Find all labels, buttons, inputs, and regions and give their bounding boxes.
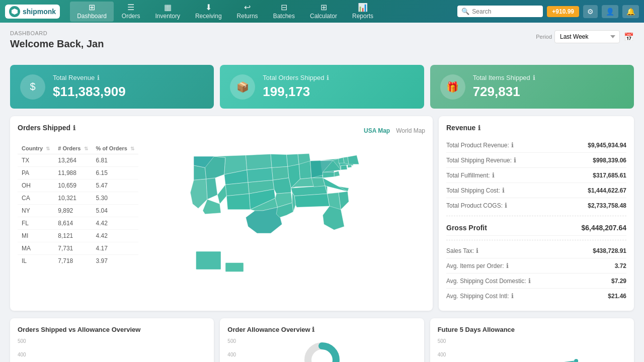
bottom-revenue-row: Avg. Shipping Cost Intl: ℹ $21.46 [446,289,626,303]
svg-marker-16 [246,207,282,233]
stat-cards: $ Total Revenue ℹ $11,383,909 📦 Total Or… [10,65,634,109]
cell-country: FL [18,217,54,230]
table-row: IL 7,718 3.97 [18,255,138,267]
cell-orders: 11,988 [54,167,92,179]
period-select[interactable]: Last Week Last Month Last 30 Days [554,30,620,43]
user-button[interactable]: 👤 [602,5,618,18]
cell-orders: 7,718 [54,255,92,267]
nav-inventory[interactable]: ▦ Inventory [148,2,187,22]
cell-orders: 13,264 [54,154,92,167]
y-label-400-1: 400 [18,352,26,357]
cell-orders: 9,892 [54,205,92,217]
usa-map-toggle[interactable]: USA Map [364,127,390,134]
y-label-500-3: 500 [438,338,446,344]
rev-row-info-icon[interactable]: ℹ [514,156,516,164]
orders-info-icon[interactable]: ℹ [327,74,329,81]
bottom-rev-value: $438,728.91 [593,247,626,254]
orders-shipped-vs-allowance-panel: Orders Shipped vs Allowance Overview 500… [10,318,214,362]
gross-profit-value: $6,448,207.64 [581,224,626,232]
nav-calculator[interactable]: ⊞ Calculator [303,2,344,22]
rev-row-info-icon[interactable]: ℹ [511,141,514,149]
cell-orders: 10,321 [54,192,92,205]
svg-marker-19 [273,178,291,194]
revenue-panel-info-icon[interactable]: ℹ [478,124,480,132]
allowance-info-icon[interactable]: ℹ [312,326,314,333]
sort-orders-icon[interactable]: ⇅ [84,146,88,151]
bottom-rev-label: Sales Tax: ℹ [446,247,478,254]
logo[interactable]: shipmonk [5,5,60,19]
rev-row-info-icon[interactable]: ℹ [492,171,495,179]
rev-row-label: Total Shipping Cost: ℹ [446,187,505,194]
order-allowance-title: Order Allowance Overview ℹ [227,326,416,333]
rev-row-label: Total Product COGS: ℹ [446,202,507,209]
table-row: CA 10,321 5.30 [18,192,138,205]
nav-returns-label: Returns [237,13,258,20]
revenue-info-icon[interactable]: ℹ [97,74,100,81]
batches-icon: ⊟ [281,4,287,12]
orders-shipped-title: Orders Shipped ℹ [18,124,75,132]
bottom-rev-info-icon[interactable]: ℹ [511,292,514,300]
y-label-400-2: 400 [227,352,236,357]
cell-percent: 5.30 [92,192,138,205]
logo-text: shipmonk [23,8,56,16]
nav-orders[interactable]: ☰ Orders [115,2,147,22]
bottom-rev-info-icon[interactable]: ℹ [528,277,531,285]
cell-country: MA [18,242,54,255]
credit-badge[interactable]: +910.99 [547,6,579,17]
nav-batches[interactable]: ⊟ Batches [266,2,302,22]
bar-chart-area [35,338,206,362]
y-label-400-3: 400 [438,352,446,357]
nav-dashboard-label: Dashboard [77,13,107,20]
orders-shipped-info-icon[interactable]: ℹ [73,124,75,132]
revenue-row: Total Product Revenue: ℹ $9,945,934.94 [446,138,626,153]
bottom-rev-info-icon[interactable]: ℹ [476,247,478,254]
svg-marker-41 [323,172,334,178]
svg-marker-9 [203,200,221,214]
svg-marker-18 [272,166,289,180]
svg-marker-10 [226,194,250,210]
bottom-divider [446,240,626,240]
table-row: PA 11,988 6.15 [18,167,138,179]
revenue-row: Total Shipping Revenue: ℹ $998,339.06 [446,153,626,168]
orders-value: 199,173 [263,84,414,100]
bottom-rev-info-icon[interactable]: ℹ [506,262,509,269]
cell-country: CA [18,192,54,205]
bottom-revenue-row: Sales Tax: ℹ $438,728.91 [446,243,626,258]
search-input[interactable] [472,8,539,15]
notification-button[interactable]: 🔔 [622,5,639,18]
table-row: NY 9,892 5.04 [18,205,138,217]
settings-button[interactable]: ⚙ [583,5,598,18]
orders-info: Total Orders Shipped ℹ 199,173 [263,74,414,100]
rev-row-value: $9,945,934.94 [588,142,626,149]
logo-icon [9,6,20,17]
bottom-revenue-row: Avg. Shipping Cost Domestic: ℹ $7.29 [446,274,626,289]
main-content: DASHBOARD Welcome Back, Jan Period Last … [0,23,644,362]
revenue-divider [446,216,626,216]
items-info-icon[interactable]: ℹ [533,74,535,81]
svg-marker-30 [294,194,330,207]
bottom-revenue-rows: Sales Tax: ℹ $438,728.91 Avg. Items per … [446,243,626,303]
bottom-rev-value: $21.46 [608,293,626,300]
rev-row-info-icon[interactable]: ℹ [505,202,507,209]
world-map-toggle[interactable]: World Map [396,127,425,134]
orders-shipped-panel: Orders Shipped ℹ USA Map World Map Count… [10,116,433,311]
svg-marker-40 [334,171,340,176]
gross-profit-row: Gross Profit $6,448,207.64 [446,220,626,236]
nav-returns[interactable]: ↩ Returns [230,2,265,22]
svg-marker-36 [311,178,325,187]
sort-percent-icon[interactable]: ⇅ [130,146,134,151]
rev-row-info-icon[interactable]: ℹ [502,187,505,194]
map-view [143,143,425,279]
sort-country-icon[interactable]: ⇅ [46,146,50,151]
col-orders: # Orders ⇅ [54,143,92,154]
map-container: Country ⇅ # Orders ⇅ % of Orders ⇅ TX 13… [18,143,425,279]
bottom-rev-label: Avg. Shipping Cost Intl: ℹ [446,292,514,300]
search-box[interactable]: 🔍 [457,6,543,17]
nav-reports[interactable]: 📊 Reports [345,2,380,22]
nav-receiving[interactable]: ⬇ Receiving [188,2,229,22]
nav-dashboard[interactable]: ⊞ Dashboard [70,2,114,22]
table-row: OH 10,659 5.47 [18,179,138,192]
calendar-icon[interactable]: 📅 [624,32,634,42]
future-5-days-chart: 500 400 340 [438,338,626,362]
nav-calculator-label: Calculator [310,13,337,20]
